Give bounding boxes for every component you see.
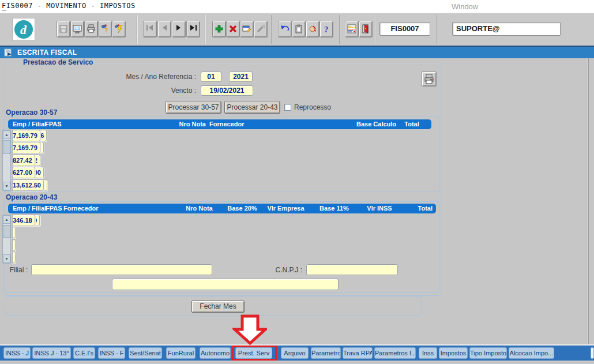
enter-query-icon: ? (100, 24, 110, 33)
cell-total[interactable] (12, 239, 16, 251)
col-header-nro-nota: Nro Nota (177, 204, 221, 213)
logo-icon: d (13, 18, 35, 40)
col-header-emp-filial: Emp / Filial (13, 204, 44, 213)
cell-total[interactable]: 13,612.50 (12, 179, 44, 191)
save-icon (59, 24, 68, 33)
tab-scroll-edge[interactable] (591, 347, 594, 359)
tab-sest-senat[interactable]: Sest/Senat (129, 347, 162, 359)
menu-button[interactable]: Menu (345, 21, 359, 37)
fechar-mes-button[interactable]: Fechar Mes (191, 301, 245, 313)
paste-button[interactable] (292, 21, 306, 37)
nav-first-button[interactable] (143, 21, 157, 37)
annotation-arrow-icon (232, 314, 267, 345)
section-title: Prestacao de Servico (21, 58, 95, 66)
col-header-total: Total (394, 120, 430, 129)
processar-3057-button[interactable]: Processar 30-57 (166, 101, 221, 114)
cell-total[interactable] (12, 252, 16, 263)
cell-total[interactable]: 627.00 (12, 167, 35, 178)
col-header-nro-nota: Nro Nota (172, 120, 206, 129)
scroll-down-icon[interactable]: ▼ (3, 182, 10, 190)
tab-impostos[interactable]: Impostos (439, 347, 468, 359)
ok-hand-button[interactable] (306, 21, 319, 37)
grid-2043-scrollbar[interactable]: ▲ ▼ (2, 215, 11, 264)
filial-field[interactable] (31, 264, 212, 275)
tab-autonomo[interactable]: Autonomo (200, 347, 231, 359)
scroll-thumb[interactable] (3, 225, 10, 238)
app-code-field[interactable]: FIS0007 (379, 22, 430, 36)
tab-alcocao-impo[interactable]: Alcocao Impo... (509, 347, 554, 359)
tab-inss-j-13[interactable]: INSS J - 13° (32, 347, 71, 359)
save-button[interactable] (57, 21, 70, 37)
execute-query-button[interactable] (112, 21, 126, 37)
grid-3057-scrollbar[interactable]: ▲ ▼ (2, 130, 11, 191)
cell-total[interactable]: 7,169.79 (12, 130, 40, 141)
operacao-2043-title: Operacao 20-43 (6, 193, 57, 201)
exit-button[interactable] (359, 21, 373, 37)
vencto-field[interactable]: 19/02/2021 (201, 85, 253, 96)
tab-parametros-i[interactable]: Parametros I... (374, 347, 416, 359)
tab-tipo-imposto[interactable]: Tipo Imposto (469, 347, 507, 359)
app-logo: d (12, 18, 35, 41)
tab-inss-j[interactable]: INSS - J (3, 347, 31, 359)
clear-button[interactable] (254, 21, 268, 37)
svg-text:d: d (20, 22, 27, 37)
ano-field[interactable]: 2021 (229, 72, 253, 82)
cell-total[interactable] (12, 227, 16, 238)
operacao-3057-title: Operacao 30-57 (6, 108, 57, 117)
undo-button[interactable] (278, 21, 292, 37)
screen-button[interactable] (70, 21, 84, 37)
toolbar-separator (205, 15, 206, 44)
help-button[interactable]: ? (319, 21, 333, 37)
scroll-down-icon[interactable]: ▼ (3, 254, 10, 263)
nav-prev-button[interactable] (157, 21, 171, 37)
user-field[interactable]: SUPORTE@ (452, 22, 561, 36)
print-icon (424, 74, 434, 84)
toolbar-separator (271, 15, 272, 44)
table-row: 000 25 16,537.80 7,169.79 (12, 142, 430, 153)
screen-icon (73, 24, 82, 33)
processar-2043-button[interactable]: Processar 20-43 (224, 101, 280, 114)
tab-parametros[interactable]: Parametros (311, 347, 341, 359)
descricao-field[interactable] (112, 279, 339, 290)
scroll-up-icon[interactable]: ▲ (3, 215, 10, 224)
cell-total[interactable]: 827.42 (12, 155, 35, 166)
toolbar-separator (436, 15, 437, 44)
question-icon: ? (322, 24, 331, 33)
cell-total[interactable]: 346.18 (12, 215, 35, 226)
tab-arquivo[interactable]: Arquivo (281, 347, 309, 359)
undo-icon (280, 24, 290, 33)
tab-trava-rpa[interactable]: Trava RPA (343, 347, 373, 359)
cell-total[interactable]: 7,169.79 (12, 142, 40, 153)
exit-door-icon (361, 24, 370, 33)
scroll-thumb[interactable] (3, 140, 10, 154)
table-row: 000 26 7,522.02 827.42 (12, 155, 430, 166)
reprocesso-checkbox[interactable] (284, 104, 291, 111)
nav-first-icon (146, 24, 154, 31)
tab-ceis[interactable]: C.E.I's (73, 347, 95, 359)
menu-item-window[interactable]: Window (452, 2, 478, 11)
table-row: 000 44 19,000.00 627.00 (12, 167, 430, 178)
execute-query-icon (114, 24, 123, 33)
enter-query-button[interactable]: ? (98, 21, 112, 37)
grid-2043-header: Emp / Filial FPAS Fornecedor Nro Nota Ba… (8, 204, 436, 213)
filial-label: Filial : (7, 266, 28, 274)
mes-field[interactable]: 01 (201, 72, 221, 82)
tab-funrural[interactable]: FunRural (166, 347, 196, 359)
tab-inss[interactable]: Inss (419, 347, 437, 359)
tab-inss-f[interactable]: INSS - F (98, 347, 125, 359)
cnpj-field[interactable] (306, 264, 398, 275)
nav-last-button[interactable] (186, 21, 200, 37)
scroll-up-icon[interactable]: ▲ (3, 130, 10, 139)
window-menu-title: FIS0007 - MOVIMENTO - IMPOSTOS (2, 2, 136, 10)
edit-button[interactable] (240, 21, 254, 37)
col-header-base-11: Base 11% (311, 204, 358, 213)
insert-record-button[interactable] (212, 21, 226, 37)
bottom-tab-bar: INSS - J INSS J - 13° C.E.I's INSS - F S… (0, 346, 594, 361)
delete-record-button[interactable] (226, 21, 240, 37)
nav-next-button[interactable] (172, 21, 186, 37)
print-button[interactable] (84, 21, 98, 37)
report-print-button[interactable] (422, 72, 437, 87)
menu-icon: Menu (347, 24, 356, 33)
form-title: ESCRITA FISCAL (17, 48, 77, 57)
edit-window-icon (242, 24, 251, 33)
